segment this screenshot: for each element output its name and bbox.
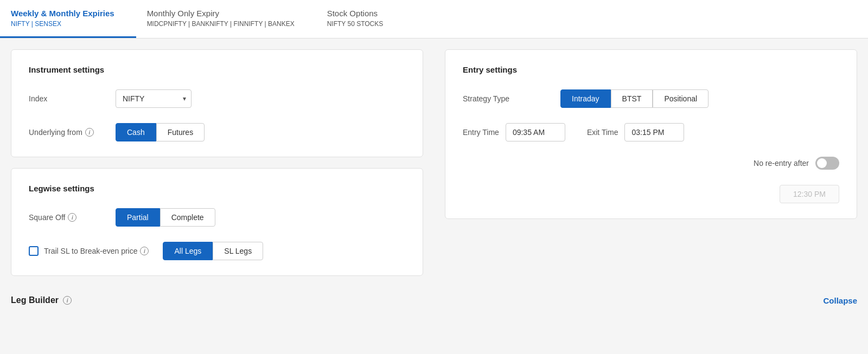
no-reentry-row: No re-entry after	[463, 157, 839, 170]
left-column: Instrument settings Index NIFTY SENSEX B…	[0, 38, 434, 287]
instrument-settings-card: Instrument settings Index NIFTY SENSEX B…	[11, 49, 423, 157]
entry-time-input[interactable]	[506, 123, 565, 141]
underlying-field-row: Underlying from i Cash Futures	[29, 123, 405, 141]
strategy-btst-btn[interactable]: BTST	[611, 89, 653, 108]
leg-builder-title: Leg Builder i	[11, 295, 72, 305]
tab-weekly-monthly[interactable]: Weekly & Monthly Expiries NIFTY | SENSEX	[0, 0, 136, 38]
trail-sl-all-legs-btn[interactable]: All Legs	[163, 242, 213, 260]
tab-monthly-only-subtitle: MIDCPNIFTY | BANKNIFTY | FINNIFTY | BANK…	[147, 20, 295, 28]
underlying-cash-btn[interactable]: Cash	[116, 123, 156, 141]
index-label: Index	[29, 94, 116, 103]
tab-navigation: Weekly & Monthly Expiries NIFTY | SENSEX…	[0, 0, 868, 38]
time-row: Entry Time Exit Time	[463, 123, 839, 141]
no-reentry-label: No re-entry after	[754, 159, 809, 168]
trail-sl-sl-legs-btn[interactable]: SL Legs	[213, 242, 263, 260]
entry-settings-card: Entry settings Strategy Type Intraday BT…	[445, 49, 857, 219]
strategy-type-row: Strategy Type Intraday BTST Positional	[463, 89, 839, 108]
tab-stock-options-subtitle: NIFTY 50 STOCKS	[327, 20, 403, 28]
tab-stock-options[interactable]: Stock Options NIFTY 50 STOCKS	[316, 0, 425, 38]
trail-sl-checkbox[interactable]	[29, 246, 39, 256]
legwise-settings-title: Legwise settings	[29, 184, 405, 193]
strategy-positional-btn[interactable]: Positional	[653, 89, 709, 108]
index-select[interactable]: NIFTY SENSEX BANKNIFTY FINNIFTY	[116, 89, 192, 108]
underlying-info-icon[interactable]: i	[85, 128, 94, 137]
exit-time-label: Exit Time	[587, 128, 618, 137]
square-off-btn-group: Partial Complete	[116, 208, 215, 227]
trail-sl-info-icon[interactable]: i	[140, 247, 149, 255]
trail-sl-field-row: Trail SL to Break-even price i All Legs …	[29, 242, 405, 260]
tab-monthly-only-title: Monthly Only Expiry	[147, 9, 295, 18]
entry-settings-title: Entry settings	[463, 65, 839, 74]
entry-settings-content: Strategy Type Intraday BTST Positional E…	[463, 89, 839, 203]
collapse-button[interactable]: Collapse	[823, 296, 857, 305]
tab-weekly-monthly-title: Weekly & Monthly Expiries	[11, 9, 114, 18]
strategy-type-label: Strategy Type	[463, 94, 560, 103]
strategy-type-btn-group: Intraday BTST Positional	[560, 89, 709, 108]
instrument-settings-title: Instrument settings	[29, 65, 405, 74]
trail-sl-btn-group: All Legs SL Legs	[163, 242, 263, 260]
trail-sl-row: Trail SL to Break-even price i All Legs …	[29, 242, 263, 260]
trail-sl-label: Trail SL to Break-even price i	[44, 247, 149, 255]
tab-monthly-only[interactable]: Monthly Only Expiry MIDCPNIFTY | BANKNIF…	[136, 0, 316, 38]
exit-time-input[interactable]	[624, 123, 684, 141]
tab-stock-options-title: Stock Options	[327, 9, 403, 18]
footer-bar: Leg Builder i Collapse	[0, 287, 868, 314]
leg-builder-info-icon[interactable]: i	[63, 296, 72, 305]
underlying-futures-btn[interactable]: Futures	[156, 123, 205, 141]
underlying-btn-group: Cash Futures	[116, 123, 205, 141]
toggle-slider	[815, 157, 839, 170]
no-reentry-time-wrapper: 12:30 PM	[463, 185, 839, 203]
no-reentry-time-input: 12:30 PM	[780, 185, 839, 203]
square-off-label: Square Off i	[29, 213, 116, 222]
exit-time-group: Exit Time	[587, 123, 685, 141]
index-field-row: Index NIFTY SENSEX BANKNIFTY FINNIFTY ▾	[29, 89, 405, 108]
square-off-partial-btn[interactable]: Partial	[116, 208, 160, 227]
square-off-complete-btn[interactable]: Complete	[160, 208, 215, 227]
tab-weekly-monthly-subtitle: NIFTY | SENSEX	[11, 20, 114, 28]
right-column: Entry settings Strategy Type Intraday BT…	[434, 38, 868, 287]
legwise-settings-card: Legwise settings Square Off i Partial Co…	[11, 168, 423, 276]
no-reentry-toggle[interactable]	[815, 157, 839, 170]
entry-time-group: Entry Time	[463, 123, 565, 141]
index-select-wrapper: NIFTY SENSEX BANKNIFTY FINNIFTY ▾	[116, 89, 192, 108]
square-off-field-row: Square Off i Partial Complete	[29, 208, 405, 227]
entry-time-label: Entry Time	[463, 128, 499, 137]
square-off-info-icon[interactable]: i	[68, 213, 76, 222]
main-layout: Instrument settings Index NIFTY SENSEX B…	[0, 38, 868, 287]
strategy-intraday-btn[interactable]: Intraday	[560, 89, 611, 108]
underlying-label: Underlying from i	[29, 128, 116, 137]
